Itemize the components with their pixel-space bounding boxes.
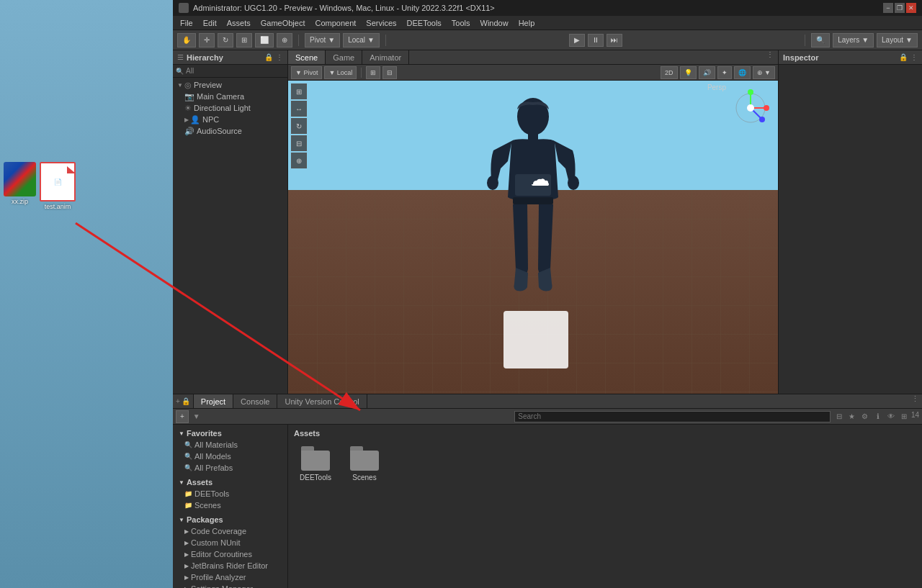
zip-file-icon[interactable]: [4, 162, 36, 196]
proj-item-all-models[interactable]: 🔍 All Models: [176, 451, 285, 462]
toolbar-rotate-tool[interactable]: ↻: [218, 33, 233, 48]
asset-folder-scenes[interactable]: Scenes: [343, 446, 386, 481]
bottom-panel-more-btn[interactable]: ⋮: [908, 394, 922, 408]
pause-button[interactable]: ⏸: [588, 34, 604, 47]
vp-tool-4[interactable]: ⊟: [291, 135, 307, 151]
menu-component[interactable]: Component: [310, 17, 360, 29]
filter-icon[interactable]: ⊟: [833, 411, 845, 422]
toolbar-transform-tool[interactable]: ⊕: [277, 33, 292, 48]
assets-path-header: Assets: [291, 428, 919, 439]
vp-tool-5[interactable]: ⊕: [291, 153, 307, 168]
scene-grid-btn[interactable]: ⊞: [366, 66, 380, 79]
hier-label-npc: NPC: [202, 115, 219, 124]
star-icon[interactable]: ★: [846, 411, 858, 422]
menu-gameobject[interactable]: GameObject: [256, 17, 310, 29]
scene-skybox-btn[interactable]: 🌐: [734, 66, 751, 79]
proj-pkg-jetbrains[interactable]: ▶ JetBrains Rider Editor: [176, 560, 285, 571]
layers-dropdown[interactable]: Layers ▼: [833, 33, 874, 48]
scene-local-btn[interactable]: ▼ Local: [324, 66, 357, 79]
hier-item-main-camera[interactable]: 📷 Main Camera: [174, 91, 286, 102]
eye-icon[interactable]: 👁: [885, 411, 897, 422]
tab-project[interactable]: Project: [194, 394, 233, 408]
proj-item-deetools[interactable]: 📁 DEETools: [176, 488, 285, 499]
menu-edit[interactable]: Edit: [199, 17, 221, 29]
vp-tool-2[interactable]: ↔: [291, 101, 307, 117]
toolbar-move-tool[interactable]: ✛: [199, 33, 215, 48]
proj-pkg-profile-analyzer-label: Profile Analyzer: [191, 573, 246, 582]
proj-item-all-prefabs[interactable]: 🔍 All Prefabs: [176, 462, 285, 474]
anim-icon-area[interactable]: 📄 test.anim: [40, 162, 76, 210]
packages-section: ▼ Packages ▶ Code Coverage ▶ Custom NUni…: [176, 514, 285, 588]
menu-window[interactable]: Window: [476, 17, 513, 29]
local-global-toggle[interactable]: Local ▼: [343, 33, 380, 48]
tab-animator[interactable]: Animator: [362, 50, 409, 64]
settings-icon[interactable]: ⚙: [859, 411, 871, 422]
proj-pkg-custom-nunit[interactable]: ▶ Custom NUnit: [176, 537, 285, 548]
scene-pivot-btn[interactable]: ▼ Pivot: [291, 66, 322, 79]
scene-more-btn[interactable]: ⋮: [762, 50, 778, 64]
inspector-lock-btn[interactable]: 🔒: [899, 53, 908, 61]
menu-services[interactable]: Services: [362, 17, 400, 29]
grid-view-icon[interactable]: ⊞: [898, 411, 910, 422]
project-search-bar: + ▼ ⊟ ★ ⚙ ℹ 👁 ⊞ 14: [173, 409, 922, 425]
menu-help[interactable]: Help: [514, 17, 540, 29]
scene-2d-btn[interactable]: 2D: [661, 66, 678, 79]
toolbar-scale-tool[interactable]: ⊞: [236, 33, 252, 48]
tab-console[interactable]: Console: [233, 394, 277, 408]
proj-pkg-code-coverage[interactable]: ▶ Code Coverage: [176, 525, 285, 537]
menu-file[interactable]: File: [176, 17, 197, 29]
hier-item-preview[interactable]: ▼ ◎ Preview: [174, 79, 286, 91]
menu-deetools[interactable]: DEETools: [403, 17, 446, 29]
add-asset-btn[interactable]: +: [176, 410, 189, 423]
layout-dropdown[interactable]: Layout ▼: [877, 33, 918, 48]
inspector-more-btn[interactable]: ⋮: [910, 53, 918, 61]
scene-gizmos-btn[interactable]: ⊕ ▼: [753, 66, 775, 79]
proj-pkg-editor-coroutines[interactable]: ▶ Editor Coroutines: [176, 548, 285, 560]
tab-console-label: Console: [241, 397, 269, 406]
proj-item-scenes[interactable]: 📁 Scenes: [176, 499, 285, 511]
add-tab-btn[interactable]: +: [176, 397, 180, 405]
scene-lighting-btn[interactable]: 💡: [680, 66, 697, 79]
tab-lock-btn[interactable]: 🔒: [182, 397, 190, 405]
tab-scene[interactable]: Scene: [288, 50, 326, 64]
restore-button[interactable]: ❐: [895, 3, 905, 13]
search-button[interactable]: 🔍: [811, 33, 830, 48]
tab-unity-version-control[interactable]: Unity Version Control: [277, 394, 367, 408]
minimize-button[interactable]: −: [883, 3, 893, 13]
hierarchy-lock-btn[interactable]: 🔒: [264, 53, 273, 61]
play-button[interactable]: ▶: [569, 34, 585, 47]
asset-folder-deetools-label: DEETools: [300, 474, 331, 481]
close-button[interactable]: ✕: [906, 3, 916, 13]
hierarchy-more-btn[interactable]: ⋮: [276, 53, 283, 61]
assets-tree-header: ▼ Assets: [176, 476, 285, 488]
pivot-toggle[interactable]: Pivot ▼: [305, 33, 340, 48]
arrow-icon-pkg-2: ▶: [184, 551, 189, 558]
proj-pkg-settings-manager[interactable]: ▶ Settings Manager: [176, 583, 285, 588]
hier-item-npc[interactable]: ▶ 👤 NPC: [174, 114, 286, 125]
proj-pkg-profile-analyzer[interactable]: ▶ Profile Analyzer: [176, 571, 285, 583]
scene-audio-btn[interactable]: 🔊: [699, 66, 715, 79]
scene-fx-btn[interactable]: ✦: [717, 66, 732, 79]
vp-tool-3[interactable]: ↻: [291, 118, 307, 134]
menu-tools[interactable]: Tools: [447, 17, 475, 29]
hier-item-directional-light[interactable]: ☀ Directional Light: [174, 102, 286, 114]
step-button[interactable]: ⏭: [607, 34, 622, 47]
anim-file-icon[interactable]: 📄: [40, 162, 76, 202]
toolbar-rect-tool[interactable]: ⬜: [255, 33, 274, 48]
vp-tool-1[interactable]: ⊞: [291, 83, 307, 99]
hier-item-audiosource[interactable]: 🔊 AudioSource: [174, 125, 286, 137]
project-search-input[interactable]: [514, 411, 831, 422]
bottom-tab-spacer: [367, 394, 908, 408]
toolbar-hand-tool[interactable]: ✋: [177, 33, 196, 48]
zip-icon-area[interactable]: xx.zip: [4, 162, 36, 205]
scene-snap-btn[interactable]: ⊟: [382, 66, 397, 79]
asset-folder-deetools[interactable]: DEETools: [294, 446, 337, 481]
assets-grid-panel: Assets DEETools: [288, 425, 922, 588]
menu-assets[interactable]: Assets: [223, 17, 255, 29]
arrow-icon-pkg-4: ▶: [184, 574, 189, 581]
proj-item-all-materials[interactable]: 🔍 All Materials: [176, 439, 285, 451]
info-icon[interactable]: ℹ: [872, 411, 884, 422]
arrow-icon-pkg-1: ▶: [184, 540, 189, 546]
tab-game[interactable]: Game: [326, 50, 362, 64]
bottom-tabs: + 🔒 Project Console Unity Version Contro…: [173, 394, 922, 409]
